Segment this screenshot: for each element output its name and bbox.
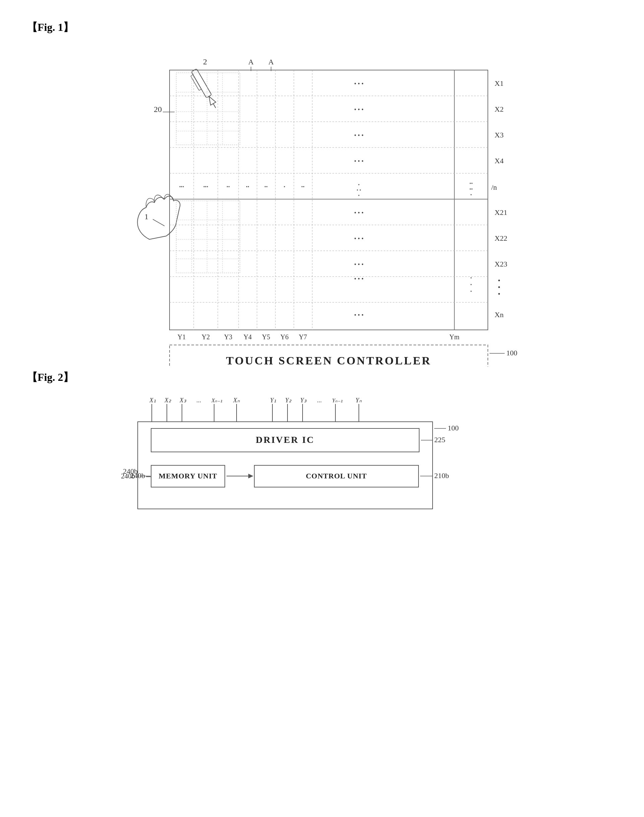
svg-text:20: 20 bbox=[154, 105, 162, 114]
svg-text:• • •: • • • bbox=[354, 80, 363, 87]
svg-text:•: • bbox=[358, 183, 360, 187]
svg-text:Y₃: Y₃ bbox=[300, 396, 307, 404]
svg-text:Y6: Y6 bbox=[281, 333, 288, 341]
svg-text:•••: ••• bbox=[179, 184, 184, 189]
svg-text:...: ... bbox=[317, 396, 322, 404]
svg-text:A: A bbox=[248, 58, 254, 66]
svg-text:Y2: Y2 bbox=[202, 333, 210, 341]
svg-text:•: • bbox=[284, 184, 285, 189]
svg-marker-77 bbox=[206, 95, 216, 105]
svg-line-78 bbox=[213, 104, 216, 108]
svg-text:Ym: Ym bbox=[449, 333, 459, 341]
fig2-svg: X₁ X₂ X₃ ... Xₙ₋₁ Xₙ Y₁ Y₂ Y₃ ... Yₙ₋₁ Y… bbox=[121, 395, 523, 522]
svg-text:Yₙ₋₁: Yₙ₋₁ bbox=[332, 397, 343, 404]
svg-text:Y3: Y3 bbox=[224, 333, 232, 341]
svg-text:••: •• bbox=[227, 184, 230, 189]
svg-text:•: • bbox=[498, 290, 500, 298]
svg-text:Y4: Y4 bbox=[244, 333, 251, 341]
svg-text:••: •• bbox=[301, 184, 305, 189]
svg-rect-76 bbox=[191, 69, 212, 98]
svg-text:Y₁: Y₁ bbox=[270, 396, 276, 404]
svg-text:• • •: • • • bbox=[354, 132, 363, 139]
fig2-diagram: X₁ X₂ X₃ ... Xₙ₋₁ Xₙ Y₁ Y₂ Y₃ ... Yₙ₋₁ Y… bbox=[121, 395, 523, 522]
svg-text:• • •: • • • bbox=[354, 158, 363, 164]
fig2-label: 【Fig. 2】 bbox=[27, 370, 617, 385]
svg-text:•••: ••• bbox=[203, 184, 209, 189]
fig1-diagram: • • • • • • • • • • • • ••• ••• •• •• ••… bbox=[104, 45, 540, 363]
svg-text:DRIVER IC: DRIVER IC bbox=[256, 435, 314, 445]
svg-rect-79 bbox=[191, 75, 201, 91]
svg-text:...: ... bbox=[196, 396, 201, 404]
svg-text:100: 100 bbox=[506, 349, 517, 357]
svg-text:X₃: X₃ bbox=[179, 396, 187, 404]
svg-text:•: • bbox=[471, 289, 472, 294]
svg-text:210b: 210b bbox=[434, 471, 449, 480]
svg-text:/n: /n bbox=[491, 183, 497, 192]
svg-text:•: • bbox=[358, 193, 360, 198]
svg-text:Xn: Xn bbox=[495, 310, 504, 319]
svg-text:225: 225 bbox=[434, 436, 445, 444]
svg-text:• •: • • bbox=[357, 188, 361, 193]
svg-text:X22: X22 bbox=[495, 234, 507, 243]
svg-text:•: • bbox=[471, 276, 472, 281]
svg-text:•: • bbox=[498, 284, 500, 291]
svg-text:100: 100 bbox=[448, 424, 459, 432]
svg-marker-126 bbox=[248, 474, 253, 478]
svg-text:X1: X1 bbox=[495, 79, 504, 88]
svg-text:Y₂: Y₂ bbox=[285, 396, 292, 404]
svg-line-70 bbox=[153, 219, 164, 226]
svg-text:Yₙ: Yₙ bbox=[356, 396, 362, 404]
svg-text:X₂: X₂ bbox=[164, 396, 172, 404]
svg-text:X23: X23 bbox=[495, 260, 507, 268]
svg-text:Y5: Y5 bbox=[262, 333, 270, 341]
svg-text:2: 2 bbox=[203, 57, 207, 66]
fig1-svg: • • • • • • • • • • • • ••• ••• •• •• ••… bbox=[104, 45, 540, 367]
svg-text:••: •• bbox=[264, 184, 268, 189]
svg-text:X₁: X₁ bbox=[149, 396, 156, 404]
svg-text:A: A bbox=[268, 58, 274, 66]
svg-text:Xₙ: Xₙ bbox=[233, 396, 240, 404]
svg-text:Y7: Y7 bbox=[299, 333, 307, 341]
svg-text:CONTROL UNIT: CONTROL UNIT bbox=[306, 472, 367, 480]
svg-text:Xₙ₋₁: Xₙ₋₁ bbox=[211, 397, 222, 404]
svg-text:240b: 240b bbox=[121, 472, 135, 480]
svg-text:• • •: • • • bbox=[354, 261, 363, 268]
svg-text:••: •• bbox=[246, 184, 249, 189]
svg-rect-87 bbox=[176, 201, 240, 273]
fig1-label: 【Fig. 1】 bbox=[27, 20, 617, 35]
svg-text:••: •• bbox=[469, 181, 473, 186]
page: 【Fig. 1】 bbox=[0, 0, 644, 817]
svg-text:••: •• bbox=[469, 187, 473, 192]
svg-text:• • •: • • • bbox=[354, 312, 363, 318]
svg-text:X3: X3 bbox=[495, 131, 504, 139]
svg-text:X4: X4 bbox=[495, 157, 504, 165]
svg-text:X21: X21 bbox=[495, 208, 507, 217]
svg-text:• • •: • • • bbox=[354, 209, 363, 216]
svg-text:•: • bbox=[498, 277, 500, 284]
svg-text:MEMORY UNIT: MEMORY UNIT bbox=[158, 472, 217, 480]
svg-text:•: • bbox=[471, 282, 472, 287]
svg-text:• • •: • • • bbox=[354, 235, 363, 242]
svg-text:Y1: Y1 bbox=[178, 333, 186, 341]
svg-rect-0 bbox=[170, 70, 488, 330]
svg-text:TOUCH SCREEN CONTROLLER: TOUCH SCREEN CONTROLLER bbox=[226, 354, 432, 367]
svg-text:1: 1 bbox=[144, 212, 149, 221]
svg-text:X2: X2 bbox=[495, 105, 504, 113]
svg-text:• • •: • • • bbox=[354, 106, 363, 113]
svg-text:•: • bbox=[471, 192, 472, 198]
svg-text:• • •: • • • bbox=[354, 276, 363, 282]
svg-rect-80 bbox=[176, 73, 240, 145]
